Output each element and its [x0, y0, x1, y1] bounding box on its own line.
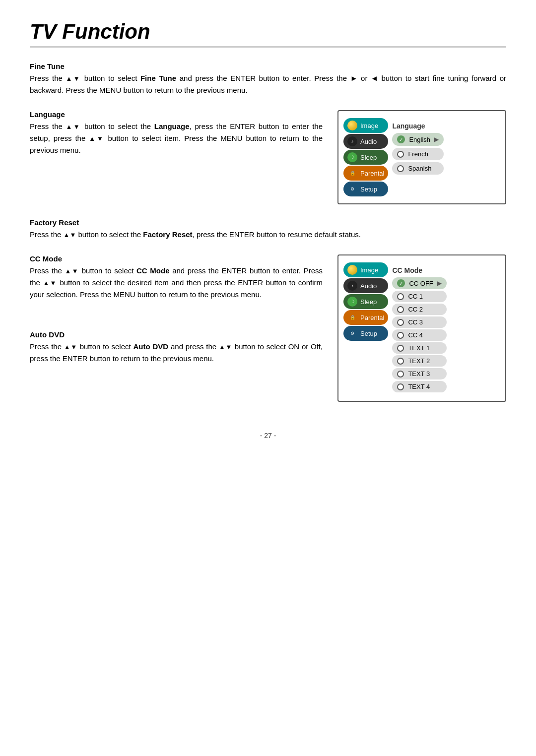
- cc-mode-body: Press the ▲▼ button to select CC Mode an…: [30, 265, 323, 301]
- cc-image-icon: [347, 265, 357, 275]
- cc-mode-menu-header: CC Mode: [392, 264, 447, 277]
- language-title: Language: [30, 110, 323, 119]
- text4-radio-icon: [397, 383, 404, 390]
- text1-radio-icon: [397, 345, 404, 352]
- cc-mode-title: CC Mode: [30, 254, 323, 263]
- parental-icon: 🔒: [347, 168, 357, 178]
- cc-arrow-icon: ▶: [437, 280, 442, 287]
- language-option-spanish: Spanish: [392, 162, 444, 175]
- radio-icon: [397, 165, 404, 172]
- cc-option-text3: TEXT 3: [392, 368, 447, 379]
- cc-sleep-icon: ☽: [347, 297, 357, 307]
- text2-radio-icon: [397, 358, 404, 365]
- cc-menu-left-items: Image ♪ Audio ☽ Sleep 🔒 Parental ⚙ Setup: [343, 262, 388, 341]
- fine-tune-title: Fine Tune: [30, 62, 506, 70]
- fine-tune-section: Fine Tune Press the ▲▼ button to select …: [30, 62, 506, 96]
- language-menu-header: Language: [392, 120, 444, 133]
- audio-icon: ♪: [347, 136, 357, 146]
- cc2-radio-icon: [397, 306, 404, 313]
- menu-item-image: Image: [343, 118, 388, 133]
- cc-setup-icon: ⚙: [347, 328, 357, 338]
- language-option-french: French: [392, 148, 444, 160]
- image-icon: [347, 121, 357, 130]
- cc1-radio-icon: [397, 293, 404, 300]
- arrow-right-icon: ▶: [434, 136, 439, 143]
- cc-menu-item-parental: 🔒 Parental: [343, 310, 388, 325]
- cc-option-text1: TEXT 1: [392, 342, 447, 354]
- sleep-icon: ☽: [347, 152, 357, 162]
- cc-menu-item-sleep: ☽ Sleep: [343, 294, 388, 309]
- cc4-radio-icon: [397, 332, 404, 339]
- factory-reset-section: Factory Reset Press the ▲▼ button to sel…: [30, 218, 506, 241]
- auto-dvd-title: Auto DVD: [30, 330, 323, 339]
- language-text: Language Press the ▲▼ button to select t…: [30, 110, 323, 156]
- text3-radio-icon: [397, 371, 404, 378]
- cc-parental-icon: 🔒: [347, 313, 357, 322]
- cc-option-text4: TEXT 4: [392, 381, 447, 392]
- page-title: TV Function: [30, 20, 506, 48]
- language-body: Press the ▲▼ button to select the Langua…: [30, 121, 323, 156]
- cc-option-cc4: CC 4: [392, 329, 447, 341]
- page-number: - 27 -: [30, 432, 506, 440]
- cc-mode-text: CC Mode Press the ▲▼ button to select CC…: [30, 254, 323, 365]
- menu-item-setup: ⚙ Setup: [343, 182, 388, 196]
- menu-item-parental: 🔒 Parental: [343, 166, 388, 181]
- cc-option-text2: TEXT 2: [392, 355, 447, 367]
- setup-icon: ⚙: [347, 184, 357, 194]
- cc-mode-section: CC Mode Press the ▲▼ button to select CC…: [30, 254, 506, 402]
- cc3-radio-icon: [397, 319, 404, 326]
- cc-menu-item-audio: ♪ Audio: [343, 278, 388, 293]
- auto-dvd-section: Auto DVD Press the ▲▼ button to select A…: [30, 330, 323, 365]
- menu-item-audio: ♪ Audio: [343, 134, 388, 149]
- auto-dvd-body: Press the ▲▼ button to select Auto DVD a…: [30, 341, 323, 365]
- language-menu-image: Image ♪ Audio ☽ Sleep 🔒 Parental ⚙ Setup: [337, 110, 506, 204]
- radio-icon: [397, 151, 404, 158]
- cc-menu-item-setup: ⚙ Setup: [343, 326, 388, 341]
- cc-option-cc3: CC 3: [392, 316, 447, 328]
- cc-option-ccoff: ✓ CC OFF ▶: [392, 277, 447, 289]
- factory-reset-title: Factory Reset: [30, 218, 506, 227]
- cc-menu-item-image: Image: [343, 262, 388, 277]
- menu-item-sleep: ☽ Sleep: [343, 150, 388, 165]
- cc-mode-menu-image: Image ♪ Audio ☽ Sleep 🔒 Parental ⚙ Setup: [337, 254, 506, 402]
- cc-checkmark-icon: ✓: [397, 279, 405, 287]
- language-option-english: ✓ English ▶: [392, 133, 444, 146]
- menu-left-items: Image ♪ Audio ☽ Sleep 🔒 Parental ⚙ Setup: [343, 118, 388, 196]
- cc-audio-icon: ♪: [347, 281, 357, 291]
- language-section: Language Press the ▲▼ button to select t…: [30, 110, 506, 204]
- factory-reset-body: Press the ▲▼ button to select the Factor…: [30, 229, 506, 241]
- cc-option-cc2: CC 2: [392, 304, 447, 315]
- checkmark-icon: ✓: [397, 135, 405, 143]
- cc-option-cc1: CC 1: [392, 291, 447, 302]
- fine-tune-body: Press the ▲▼ button to select Fine Tune …: [30, 72, 506, 96]
